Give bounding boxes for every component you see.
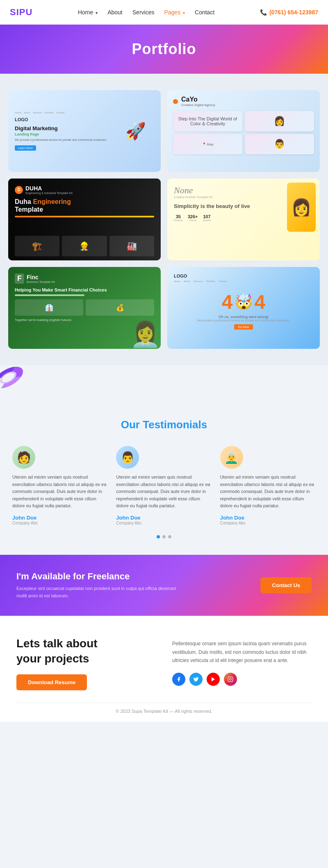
footer-heading: Lets talk about your projects [16,636,156,666]
portfolio-item-3[interactable]: D DUHA Engineering & Industrial Template… [8,179,161,260]
portfolio-item-5[interactable]: F Finc Business Template Kit Helping You… [8,267,161,349]
twitter-icon[interactable] [189,673,203,686]
finc-strip [15,294,84,296]
avatar-2: 👨 [116,446,139,469]
testimonial-card-1: 🧑 Utenim ad minim veniam quis nostrud ex… [12,446,108,525]
freelance-desc: Excepteur sint occaecat cupidatat non pr… [16,585,180,599]
nav-contact[interactable]: Contact [195,9,214,16]
avatar-2-person: 👨 [121,451,135,464]
cayo-brand: CaYo [181,96,215,103]
duha-images: 🏗️ 👷 🏭 [15,236,154,256]
person-icon-1: 👩 [274,116,285,127]
none-stat-1: 35 Projects [174,214,183,222]
person-icon-2: 👨 [274,139,285,149]
footer-paragraph: Pellentesque ornare sem ipsum lacinia qu… [172,640,312,665]
logo[interactable]: SIPU [10,7,32,18]
testimonials-title: Our Testimonials [12,418,316,431]
decoration-section [0,365,328,398]
none-stat-2: 326+ Clients [188,214,198,222]
contact-us-button[interactable]: Contact Us [260,577,312,593]
freelance-title: I'm Available for Freelance [16,571,180,582]
freelance-left: I'm Available for Freelance Excepteur si… [16,571,180,599]
portfolio-grid: HomeAboutServicesPortfolioContact LOGO D… [8,90,320,349]
testimonials-grid: 🧑 Utenim ad minim veniam quis nostrud ex… [12,446,316,525]
testimonial-company-1: Company Abc [12,521,108,525]
testimonial-name-1: John Doe [12,515,108,521]
testimonial-company-2: Company Abc [116,521,212,525]
phone-number[interactable]: 📞 (0761) 654-123987 [260,9,318,16]
phone-icon: 📞 [260,9,267,16]
nav-pages[interactable]: Pages ▾ [164,9,185,16]
t6-go-back-btn[interactable]: Go Back [234,324,253,330]
none-stat-3: 107 Awards [203,214,211,222]
cayo-card-4: 👨 [245,134,314,154]
testimonials-section: Our Testimonials 🧑 Utenim ad minim venia… [0,398,328,555]
portfolio-item-1[interactable]: HomeAboutServicesPortfolioContact LOGO D… [8,90,161,172]
svg-marker-0 [212,677,215,682]
testimonial-company-3: Company Abc [220,521,316,525]
rocket-icon: 🚀 [125,122,146,141]
avatar-1-person: 🧑 [17,451,31,464]
testimonial-text-3: Utenim ad minim veniam quis nostrud exer… [220,474,316,510]
nav-bar-preview: HomeAboutServicesPortfolioContact [15,111,112,114]
download-resume-button[interactable]: Download Resume [16,674,87,690]
torus-decoration [0,365,33,398]
avatar-3: 👨‍🦳 [220,446,243,469]
duha-tagline: Engineering & Industrial Template Kit [25,192,73,194]
portfolio-item-2[interactable]: CaYo Creative Digital Agency Step Into T… [167,90,320,172]
nav-services[interactable]: Services [132,9,155,16]
facebook-icon[interactable] [172,673,185,686]
testimonial-text-1: Utenim ad minim veniam quis nostrud exer… [12,474,108,510]
duha-img-3: 🏭 [109,236,154,256]
preview-subtitle: Landing Page [15,132,112,136]
cayo-card-1: Step Into The Digital World of Color & C… [173,111,242,131]
t6-404-display: 4 🤯 4 [174,291,313,313]
cayo-card-2: 👩 [245,111,314,131]
testimonial-card-3: 👨‍🦳 Utenim ad minim veniam quis nostrud … [220,446,316,525]
duha-brand: DUHA [25,185,73,192]
dot-1[interactable] [157,535,160,538]
four-right: 4 [255,291,266,313]
preview-title: Digital Marketing [15,125,112,132]
testimonial-text-2: Utenim ad minim veniam quis nostrud exer… [116,474,212,510]
footer-section: Lets talk about your projects Download R… [0,616,328,722]
duha-content: D DUHA Engineering & Industrial Template… [15,185,154,217]
instagram-icon[interactable] [224,673,237,686]
duha-heading: Duha EngineeringTemplate [15,198,154,213]
cayo-tagline: Creative Digital Agency [181,103,215,107]
duha-icon: D [15,186,23,194]
footer-left: Lets talk about your projects Download R… [16,636,156,690]
navbar: SIPU Home ▾ About Services Pages ▾ Conta… [0,0,328,25]
footer-right: Pellentesque ornare sem ipsum lacinia qu… [172,636,312,690]
preview-illustration: 🚀 [117,122,154,141]
testimonial-name-2: John Doe [116,515,212,521]
duha-img-1: 🏗️ [15,236,59,256]
cayo-cards: Step Into The Digital World of Color & C… [173,111,314,154]
cayo-card-3: 📍 Map [173,134,242,154]
testimonial-name-3: John Doe [220,515,316,521]
social-icons [172,673,312,686]
finc-img-2: 💰 [86,299,154,316]
nav-about[interactable]: About [107,9,123,16]
youtube-icon[interactable] [207,673,220,686]
finc-tagline: Business Template Kit [27,280,55,283]
finc-f-icon: F [15,274,24,284]
t6-message: Oh no, something went wrong! [174,315,313,319]
preview-cta: Learn More [15,145,36,151]
dot-3[interactable] [168,535,171,538]
none-photo: 👩 [287,183,316,232]
preview-desc: We provide a professional service for pr… [15,138,112,142]
testimonial-pagination [12,535,316,538]
footer-grid: Lets talk about your projects Download R… [16,636,312,690]
portfolio-title: Portfolio [132,41,196,58]
t6-logo: LOGO [174,274,187,278]
portfolio-item-4[interactable]: None Creative Portfolio Template Kit Sim… [167,179,320,260]
dot-2[interactable] [162,535,166,538]
preview-logo: LOGO [15,117,112,122]
finc-heading: Helping You Make Smart Financial Choices [15,287,154,293]
testimonial-card-2: 👨 Utenim ad minim veniam quis nostrud ex… [116,446,212,525]
nav-home[interactable]: Home ▾ [78,9,98,16]
avatar-1: 🧑 [12,446,35,469]
portfolio-header: Portfolio [0,25,328,74]
portfolio-item-6[interactable]: LOGO HomeAboutServicesPortfolioContact 4… [167,267,320,349]
